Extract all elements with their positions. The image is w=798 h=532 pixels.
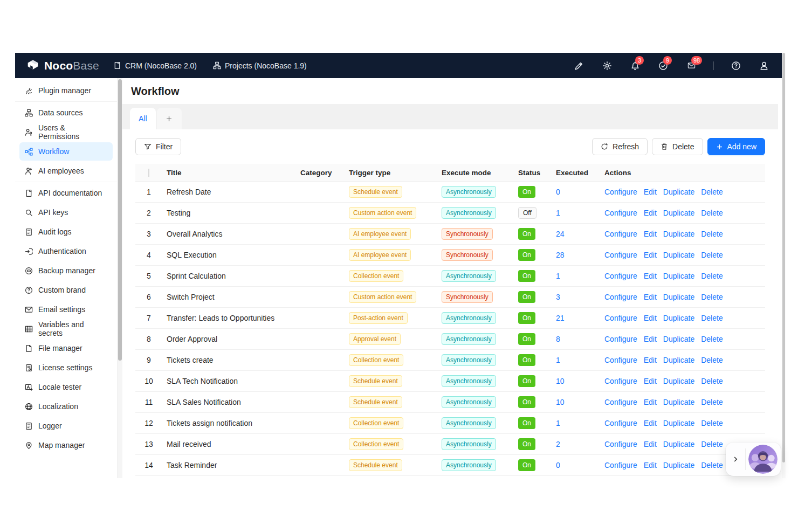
- executed-count-link[interactable]: 28: [556, 251, 565, 259]
- duplicate-action-link[interactable]: Duplicate: [663, 314, 694, 322]
- nocobase-logo[interactable]: NocoBase: [26, 59, 99, 73]
- delete-action-link[interactable]: Delete: [701, 251, 723, 259]
- edit-action-link[interactable]: Edit: [644, 293, 657, 301]
- edit-action-link[interactable]: Edit: [644, 251, 657, 259]
- delete-action-link[interactable]: Delete: [701, 440, 723, 448]
- status-badge[interactable]: On: [518, 333, 535, 345]
- executed-count-link[interactable]: 24: [556, 230, 565, 238]
- edit-action-link[interactable]: Edit: [644, 356, 657, 364]
- duplicate-action-link[interactable]: Duplicate: [663, 356, 694, 364]
- configure-action-link[interactable]: Configure: [604, 335, 637, 343]
- delete-action-link[interactable]: Delete: [701, 356, 723, 364]
- status-badge[interactable]: On: [518, 375, 535, 387]
- status-badge[interactable]: On: [518, 249, 535, 261]
- window-scrollbar-track[interactable]: [782, 53, 786, 478]
- executed-count-link[interactable]: 0: [556, 461, 560, 469]
- mail-button[interactable]: 98: [685, 60, 697, 72]
- configure-action-link[interactable]: Configure: [604, 314, 637, 322]
- duplicate-action-link[interactable]: Duplicate: [663, 230, 694, 238]
- edit-action-link[interactable]: Edit: [644, 272, 657, 280]
- sidebar-item-api-documentation[interactable]: API documentation: [19, 184, 113, 202]
- sidebar-item-authentication[interactable]: Authentication: [19, 242, 113, 260]
- delete-action-link[interactable]: Delete: [701, 335, 723, 343]
- duplicate-action-link[interactable]: Duplicate: [663, 335, 694, 343]
- sidebar-item-audit-logs[interactable]: Audit logs: [19, 223, 113, 241]
- edit-action-link[interactable]: Edit: [644, 230, 657, 238]
- executed-count-link[interactable]: 8: [556, 335, 560, 343]
- gear-button[interactable]: [601, 60, 613, 72]
- executed-count-link[interactable]: 1: [556, 419, 560, 427]
- tasks-check-button[interactable]: 9: [657, 60, 669, 72]
- edit-action-link[interactable]: Edit: [644, 377, 657, 385]
- delete-action-link[interactable]: Delete: [701, 419, 723, 427]
- sidebar-item-locale-tester[interactable]: Locale tester: [19, 378, 113, 396]
- sidebar-item-backup-manager[interactable]: Backup manager: [19, 261, 113, 280]
- status-badge[interactable]: Off: [518, 207, 536, 219]
- duplicate-action-link[interactable]: Duplicate: [663, 188, 694, 196]
- status-badge[interactable]: On: [518, 459, 535, 471]
- user-button[interactable]: [758, 60, 770, 72]
- sidebar-item-file-manager[interactable]: File manager: [19, 339, 113, 357]
- navbar-menu-item[interactable]: Projects (NocoBase 1.9): [213, 61, 307, 70]
- delete-action-link[interactable]: Delete: [701, 209, 723, 217]
- configure-action-link[interactable]: Configure: [604, 188, 637, 196]
- filter-button[interactable]: Filter: [135, 138, 181, 155]
- delete-action-link[interactable]: Delete: [701, 293, 723, 301]
- sidebar-item-data-sources[interactable]: Data sources: [19, 103, 113, 122]
- delete-button[interactable]: Delete: [652, 138, 703, 155]
- edit-action-link[interactable]: Edit: [644, 398, 657, 406]
- status-badge[interactable]: On: [518, 312, 535, 324]
- edit-action-link[interactable]: Edit: [644, 461, 657, 469]
- duplicate-action-link[interactable]: Duplicate: [663, 209, 694, 217]
- delete-action-link[interactable]: Delete: [701, 188, 723, 196]
- executed-count-link[interactable]: 1: [556, 272, 560, 280]
- configure-action-link[interactable]: Configure: [604, 293, 637, 301]
- ai-employees-avatar[interactable]: [748, 445, 778, 474]
- sidebar-item-map-manager[interactable]: Map manager: [19, 436, 113, 454]
- configure-action-link[interactable]: Configure: [604, 272, 637, 280]
- configure-action-link[interactable]: Configure: [604, 440, 637, 448]
- status-badge[interactable]: On: [518, 417, 535, 429]
- add-tab-button[interactable]: [157, 108, 182, 129]
- tab-all[interactable]: All: [130, 108, 156, 129]
- bell-button[interactable]: 3: [629, 60, 641, 72]
- edit-action-link[interactable]: Edit: [644, 419, 657, 427]
- status-badge[interactable]: On: [518, 186, 535, 198]
- delete-action-link[interactable]: Delete: [701, 272, 723, 280]
- edit-action-link[interactable]: Edit: [644, 188, 657, 196]
- duplicate-action-link[interactable]: Duplicate: [663, 272, 694, 280]
- edit-action-link[interactable]: Edit: [644, 209, 657, 217]
- status-badge[interactable]: On: [518, 396, 535, 408]
- delete-action-link[interactable]: Delete: [701, 461, 723, 469]
- sidebar-item-custom-brand[interactable]: Custom brand: [19, 281, 113, 299]
- sidebar-item-api-keys[interactable]: API keys: [19, 203, 113, 222]
- status-badge[interactable]: On: [518, 228, 535, 240]
- status-badge[interactable]: On: [518, 270, 535, 282]
- delete-action-link[interactable]: Delete: [701, 377, 723, 385]
- delete-action-link[interactable]: Delete: [701, 314, 723, 322]
- duplicate-action-link[interactable]: Duplicate: [663, 419, 694, 427]
- add-new-button[interactable]: Add new: [707, 138, 765, 155]
- edit-action-link[interactable]: Edit: [644, 440, 657, 448]
- executed-count-link[interactable]: 3: [556, 293, 560, 301]
- status-badge[interactable]: On: [518, 438, 535, 450]
- configure-action-link[interactable]: Configure: [604, 251, 637, 259]
- highlighter-button[interactable]: [573, 60, 585, 72]
- sidebar-item-license-settings[interactable]: License settings: [19, 358, 113, 377]
- executed-count-link[interactable]: 0: [556, 188, 560, 196]
- configure-action-link[interactable]: Configure: [604, 398, 637, 406]
- executed-count-link[interactable]: 2: [556, 440, 560, 448]
- status-badge[interactable]: On: [518, 354, 535, 366]
- duplicate-action-link[interactable]: Duplicate: [663, 251, 694, 259]
- executed-count-link[interactable]: 1: [556, 356, 560, 364]
- edit-action-link[interactable]: Edit: [644, 314, 657, 322]
- duplicate-action-link[interactable]: Duplicate: [663, 377, 694, 385]
- sidebar-item-email-settings[interactable]: Email settings: [19, 300, 113, 319]
- select-all-checkbox[interactable]: [148, 169, 149, 177]
- sidebar-item-ai-employees[interactable]: AI employees: [19, 162, 113, 180]
- window-scrollbar-thumb[interactable]: [782, 53, 785, 462]
- help-button[interactable]: [730, 60, 742, 72]
- status-badge[interactable]: On: [518, 291, 535, 303]
- executed-count-link[interactable]: 1: [556, 209, 560, 217]
- duplicate-action-link[interactable]: Duplicate: [663, 440, 694, 448]
